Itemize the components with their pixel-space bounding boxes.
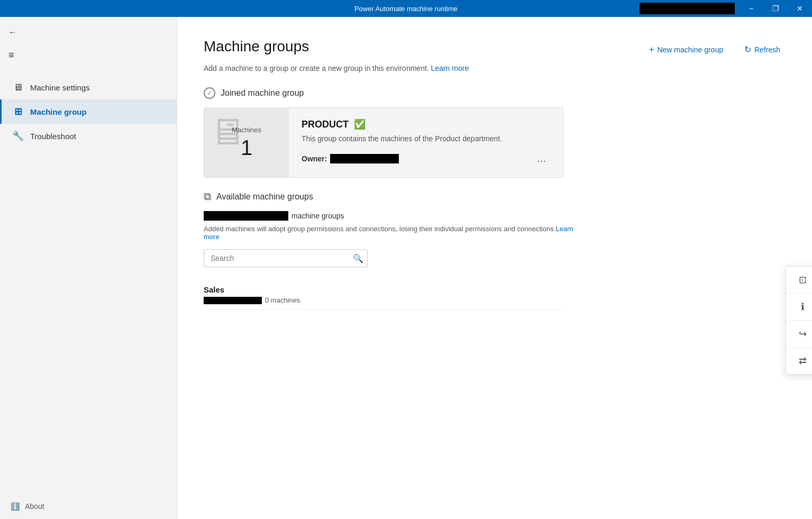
card-left: 🖥 Machines 1 [204,108,289,177]
see-details-icon: ℹ [797,301,808,313]
app-title: Power Automate machine runtime [354,5,458,13]
count-suffix: machine groups [291,212,344,220]
group-machines-count: 0 machines [265,296,300,304]
sidebar-nav: 🖥 Machine settings ⊞ Machine group 🔧 Tro… [0,76,177,148]
hamburger-button[interactable]: ≡ [0,43,177,67]
page-title: Machine groups [204,38,309,55]
minimize-button[interactable]: − [739,0,763,17]
search-button[interactable]: 🔍 [353,253,363,263]
available-groups-icon: ⧉ [204,190,211,203]
check-circle-icon: ✓ [204,87,215,99]
page-subtitle: Add a machine to a group or create a new… [204,64,786,72]
ellipsis-icon: ... [537,152,546,164]
wrench-icon: 🔧 [12,130,24,142]
sidebar-item-machine-group[interactable]: ⊞ Machine group [0,99,177,124]
sidebar: ← ≡ 🖥 Machine settings ⊞ Machine group 🔧… [0,17,177,519]
edit-password-icon: ⊡ [797,274,808,286]
card-description: This group contains the machines of the … [302,134,550,143]
computer-bg-icon: 🖥 [208,113,245,150]
sidebar-item-troubleshoot[interactable]: 🔧 Troubleshoot [0,124,177,148]
header-actions: + New machine group ↻ Refresh [644,41,786,58]
available-note: Added machines will adopt group permissi… [204,225,574,241]
owner-value-redacted [330,154,399,163]
context-menu-item-see-details[interactable]: ℹ See details [786,294,812,321]
sidebar-item-label: Machine settings [30,83,90,92]
context-menu-item-remove[interactable]: ↪ Remove from group [786,321,812,348]
title-bar: Power Automate machine runtime − ❐ ✕ [0,0,812,17]
group-icon: ⊞ [12,106,24,117]
card-right: PRODUCT ✅ This group contains the machin… [289,108,563,177]
context-menu: ⊡ Edit group password ℹ See details ↪ Re… [786,266,812,375]
owner-label: Owner: [302,154,327,163]
group-name: Sales [204,285,563,294]
available-count-row: machine groups [204,211,786,221]
search-input[interactable] [204,249,368,267]
remove-icon: ↪ [797,328,808,340]
refresh-label: Refresh [754,45,780,54]
app-container: ← ≡ 🖥 Machine settings ⊞ Machine group 🔧… [0,17,812,519]
group-owner-redacted [204,297,262,304]
maximize-button[interactable]: ❐ [763,0,788,17]
title-bar-redacted [640,3,735,14]
context-menu-item-edit-password[interactable]: ⊡ Edit group password [786,267,812,294]
back-icon: ← [8,28,17,37]
about-label: About [25,502,44,511]
card-owner: Owner: [302,154,399,163]
available-section: ⧉ Available machine groups machine group… [204,190,786,310]
group-meta: 0 machines [204,296,563,304]
plus-icon: + [649,45,654,54]
joined-section-header: ✓ Joined machine group [204,87,786,99]
page-header: Machine groups + New machine group ↻ Ref… [204,38,786,58]
machine-group-card: 🖥 Machines 1 PRODUCT ✅ This group contai… [204,107,563,178]
info-icon: ℹ️ [11,502,20,511]
sidebar-item-label: Machine group [30,107,87,116]
window-controls: − ❐ ✕ [640,0,812,17]
learn-more-link[interactable]: Learn more [431,64,469,72]
card-title-row: PRODUCT ✅ [302,119,550,130]
back-button[interactable]: ← [0,21,177,43]
new-machine-group-button[interactable]: + New machine group [644,42,728,58]
search-icon: 🔍 [353,254,363,263]
refresh-icon: ↻ [744,44,751,54]
about-button[interactable]: ℹ️ About [0,494,177,519]
list-item: Sales 0 machines [204,280,563,310]
monitor-icon: 🖥 [12,82,24,93]
joined-section-title: Joined machine group [221,88,304,98]
card-group-name: PRODUCT [302,119,349,130]
new-group-label: New machine group [657,45,723,54]
verified-icon: ✅ [354,119,366,130]
context-menu-item-view-cloud[interactable]: ⇄ View in Power Automate cloud [786,348,812,374]
sidebar-item-machine-settings[interactable]: 🖥 Machine settings [0,76,177,99]
card-menu-button[interactable]: ... [533,150,550,167]
refresh-button[interactable]: ↻ Refresh [739,41,786,58]
sidebar-item-label: Troubleshoot [30,132,76,141]
card-owner-row: Owner: ... [302,150,550,167]
view-cloud-icon: ⇄ [797,355,808,367]
search-container: 🔍 [204,249,368,267]
available-section-title: Available machine groups [216,192,313,202]
available-section-header: ⧉ Available machine groups [204,190,786,203]
count-redacted [204,211,288,221]
close-button[interactable]: ✕ [788,0,812,17]
hamburger-icon: ≡ [8,50,14,61]
main-content: Machine groups + New machine group ↻ Ref… [177,17,812,519]
